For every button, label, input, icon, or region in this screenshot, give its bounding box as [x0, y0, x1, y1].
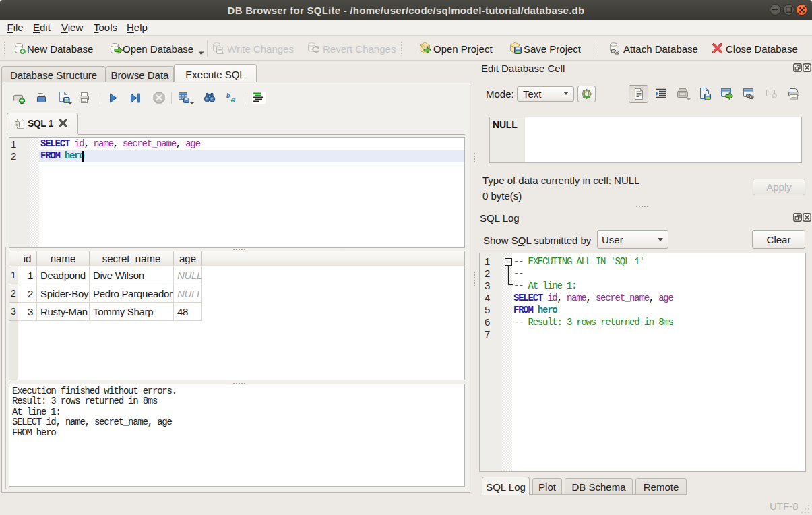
svg-text:a: a	[231, 94, 236, 104]
svg-text:b: b	[226, 92, 230, 99]
